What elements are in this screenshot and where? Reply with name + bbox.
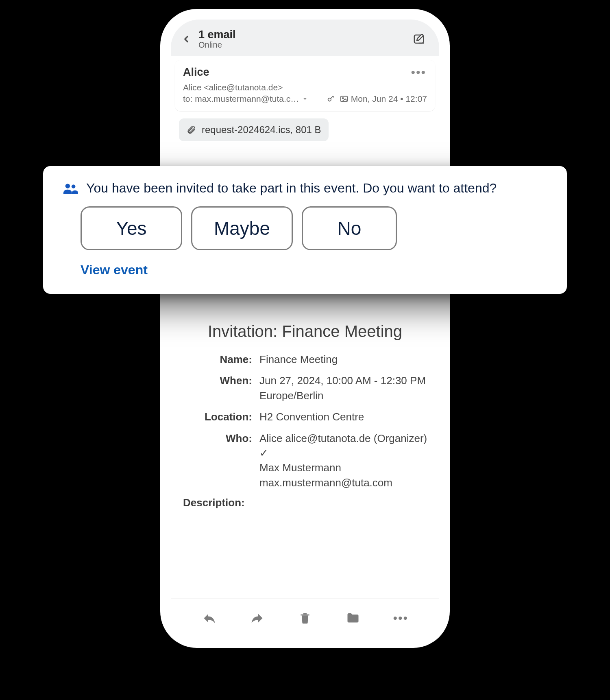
event-who-label: Who: xyxy=(182,431,259,490)
event-body: Invitation: Finance Meeting Name: Financ… xyxy=(182,320,428,509)
header-title: 1 email xyxy=(198,28,407,41)
toolbar-more-button[interactable]: ••• xyxy=(391,608,410,628)
recipients-expand[interactable] xyxy=(301,95,309,103)
trash-icon xyxy=(298,612,312,625)
attachment-label: request-2024624.ics, 801 B xyxy=(202,124,321,136)
encryption-icon xyxy=(327,94,336,103)
event-row-location: Location: H2 Convention Centre xyxy=(182,409,428,424)
message-header-card: Alice ••• Alice <alice@tutanota.de> to: … xyxy=(175,60,435,111)
event-name-label: Name: xyxy=(182,352,259,367)
event-title: Invitation: Finance Meeting xyxy=(182,320,428,342)
event-when-value: Jun 27, 2024, 10:00 AM - 12:30 PM Europe… xyxy=(259,373,428,403)
event-row-name: Name: Finance Meeting xyxy=(182,352,428,367)
timestamp: Mon, Jun 24 • 12:07 xyxy=(351,94,427,104)
compose-button[interactable] xyxy=(410,30,428,48)
back-button[interactable] xyxy=(177,30,195,48)
forward-button[interactable] xyxy=(247,608,267,628)
event-location-label: Location: xyxy=(182,409,259,424)
chevron-left-icon xyxy=(181,34,192,44)
svg-point-3 xyxy=(342,98,344,99)
svg-point-1 xyxy=(328,98,331,101)
event-row-who: Who: Alice alice@tutanota.de (Organizer)… xyxy=(182,431,428,490)
to-value: max.mustermann@tuta.c… xyxy=(195,94,299,104)
phone-frame: 1 email Online Alice ••• Alice <alice@tu… xyxy=(160,9,450,648)
header-status: Online xyxy=(198,40,407,50)
compose-icon xyxy=(413,33,425,45)
attachment-chip[interactable]: request-2024624.ics, 801 B xyxy=(179,118,329,141)
event-when-label: When: xyxy=(182,373,259,403)
from-line: Alice <alice@tutanota.de> xyxy=(183,83,427,92)
reply-button[interactable] xyxy=(200,608,219,628)
event-description-label: Description: xyxy=(183,497,428,509)
svg-rect-2 xyxy=(341,96,348,102)
event-who-value: Alice alice@tutanota.de (Organizer) ✓ Ma… xyxy=(259,431,428,490)
image-icon xyxy=(340,94,349,103)
people-icon xyxy=(63,182,78,195)
bottom-toolbar: ••• xyxy=(171,598,439,637)
rsvp-maybe-button[interactable]: Maybe xyxy=(191,206,293,250)
phone-screen: 1 email Online Alice ••• Alice <alice@tu… xyxy=(171,20,439,637)
caret-down-icon xyxy=(301,95,309,103)
to-row: to: max.mustermann@tuta.c… Mon, Jun 24 •… xyxy=(183,94,427,104)
view-event-link[interactable]: View event xyxy=(81,262,148,278)
event-location-value: H2 Convention Centre xyxy=(259,409,428,424)
header-text-block: 1 email Online xyxy=(198,28,407,50)
reply-icon xyxy=(202,611,217,626)
paperclip-icon xyxy=(186,125,196,135)
mail-header: 1 email Online xyxy=(171,20,439,56)
svg-point-4 xyxy=(65,184,70,188)
event-row-when: When: Jun 27, 2024, 10:00 AM - 12:30 PM … xyxy=(182,373,428,403)
to-label: to: xyxy=(183,94,192,104)
rsvp-no-button[interactable]: No xyxy=(302,206,397,250)
forward-icon xyxy=(250,611,264,626)
svg-point-5 xyxy=(72,184,76,188)
rsvp-card: You have been invited to take part in th… xyxy=(43,166,567,294)
delete-button[interactable] xyxy=(295,608,315,628)
move-button[interactable] xyxy=(343,608,363,628)
folder-icon xyxy=(346,611,360,626)
sender-name: Alice xyxy=(183,66,410,79)
message-more-button[interactable]: ••• xyxy=(410,69,427,76)
rsvp-yes-button[interactable]: Yes xyxy=(81,206,182,250)
rsvp-prompt: You have been invited to take part in th… xyxy=(86,181,497,196)
event-name-value: Finance Meeting xyxy=(259,352,428,367)
